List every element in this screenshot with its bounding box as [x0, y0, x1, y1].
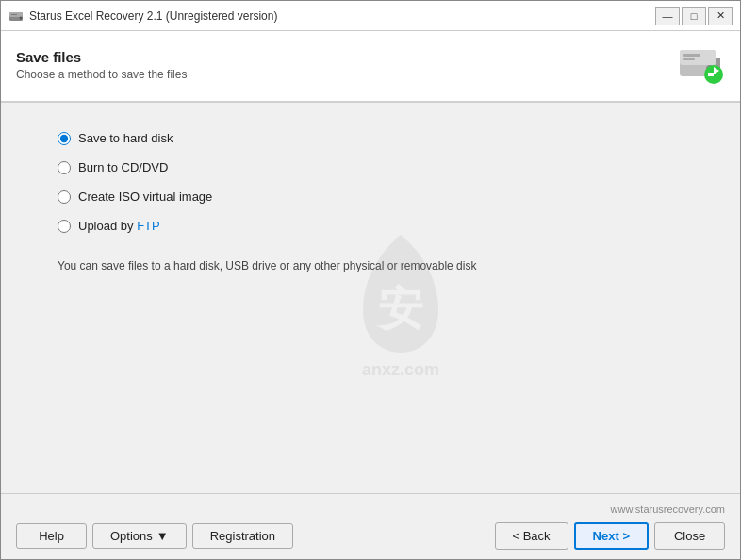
ftp-link[interactable]: FTP [137, 219, 160, 233]
watermark-icon: 安 [325, 216, 476, 367]
options-dropdown-icon: ▼ [156, 529, 169, 543]
main-window: Starus Excel Recovery 2.1 (Unregistered … [0, 0, 741, 560]
svg-point-2 [20, 16, 23, 19]
header-icon [676, 41, 725, 90]
option-iso-label: Create ISO virtual image [78, 189, 212, 204]
svg-rect-13 [708, 73, 714, 76]
svg-rect-7 [683, 58, 695, 60]
radio-ftp[interactable] [58, 220, 71, 233]
maximize-button[interactable]: □ [682, 7, 706, 25]
svg-text:安: 安 [375, 283, 423, 334]
title-bar-controls: — □ ✕ [655, 7, 733, 25]
option-iso[interactable]: Create ISO virtual image [58, 189, 693, 204]
page-title: Save files [16, 49, 187, 65]
close-button[interactable]: Close [654, 522, 725, 550]
back-button[interactable]: < Back [495, 522, 568, 550]
option-cd-dvd[interactable]: Burn to CD/DVD [58, 160, 693, 174]
header-text: Save files Choose a method to save the f… [16, 49, 187, 81]
radio-iso[interactable] [58, 190, 71, 204]
title-bar: Starus Excel Recovery 2.1 (Unregistered … [1, 1, 740, 31]
footer: www.starusrecovery.com Help Options ▼ Re… [1, 493, 740, 559]
footer-left-buttons: Help Options ▼ Registration [16, 523, 293, 549]
radio-hard-disk[interactable] [58, 132, 71, 145]
close-window-button[interactable]: ✕ [708, 7, 733, 25]
content-area: Save to hard disk Burn to CD/DVD Create … [1, 103, 740, 493]
help-button[interactable]: Help [16, 523, 87, 549]
header-section: Save files Choose a method to save the f… [1, 31, 740, 103]
window-title: Starus Excel Recovery 2.1 (Unregistered … [29, 9, 277, 23]
next-button[interactable]: Next > [574, 522, 649, 550]
svg-rect-6 [683, 54, 700, 57]
hard-disk-icon [676, 41, 725, 90]
options-button[interactable]: Options ▼ [92, 523, 187, 549]
minimize-button[interactable]: — [655, 7, 680, 25]
svg-rect-3 [11, 14, 17, 15]
save-method-group: Save to hard disk Burn to CD/DVD Create … [58, 131, 693, 233]
option-hard-disk[interactable]: Save to hard disk [58, 131, 693, 145]
info-text: You can save files to a hard disk, USB d… [58, 259, 529, 272]
website-link: www.starusrecovery.com [16, 503, 725, 515]
option-cd-dvd-label: Burn to CD/DVD [78, 160, 168, 174]
page-subtitle: Choose a method to save the files [16, 68, 187, 81]
option-ftp-label: Upload by FTP [78, 219, 160, 233]
radio-cd-dvd[interactable] [58, 161, 71, 174]
title-bar-left: Starus Excel Recovery 2.1 (Unregistered … [8, 8, 277, 24]
app-icon [8, 8, 24, 24]
option-ftp[interactable]: Upload by FTP [58, 219, 693, 233]
svg-rect-5 [680, 50, 716, 65]
watermark: 安 anxz.com [325, 216, 476, 380]
registration-button[interactable]: Registration [192, 523, 293, 549]
option-hard-disk-label: Save to hard disk [78, 131, 173, 145]
footer-right-buttons: < Back Next > Close [495, 522, 726, 550]
footer-buttons: Help Options ▼ Registration < Back Next … [16, 522, 725, 550]
